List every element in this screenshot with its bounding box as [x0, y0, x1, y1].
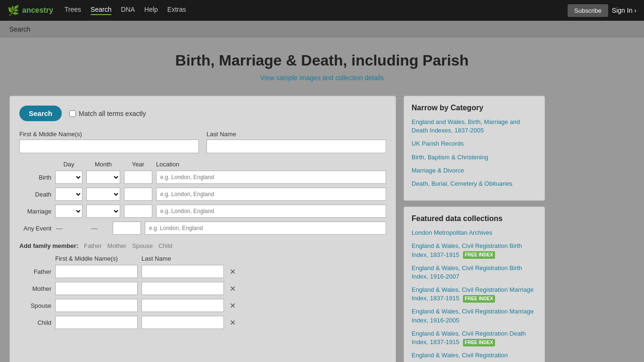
right-sidebar: Narrow by Category England and Wales, Bi… [404, 96, 545, 362]
narrow-link-3[interactable]: Marriage & Divorce [412, 166, 537, 175]
birth-month-select[interactable]: JanFebMarApr MayJunJulAug SepOctNovDec [86, 171, 120, 184]
location-header: Location [156, 161, 386, 168]
page-header: Birth, Marriage & Death, including Paris… [0, 38, 644, 91]
logo-text: ancestry [22, 6, 53, 15]
father-row: Father ✕ [19, 265, 386, 278]
narrow-link-2[interactable]: Birth, Baptism & Christening [412, 153, 537, 162]
death-event-row: Death 151015202531 JanFebMarApr MayJunJu… [19, 188, 386, 201]
spouse-first-name-input[interactable] [55, 299, 138, 312]
featured-link-4[interactable]: England & Wales, Civil Registration Marr… [412, 307, 537, 324]
birth-event-row: Birth 12345 678910 1520253031 JanFebMarA… [19, 171, 386, 184]
last-name-group: Last Name [206, 131, 386, 153]
free-index-badge-5: FREE INDEX [463, 339, 495, 346]
featured-link-0[interactable]: London Metropolitan Archives [412, 229, 537, 237]
child-remove-button[interactable]: ✕ [228, 318, 238, 327]
page-subtitle-link[interactable]: View sample images and collection detail… [260, 74, 384, 82]
nav-search[interactable]: Search [91, 6, 111, 15]
death-year-input[interactable] [124, 188, 152, 201]
marriage-year-input[interactable] [124, 205, 152, 218]
nav-dna[interactable]: DNA [121, 6, 135, 15]
add-mother-link[interactable]: Mother [107, 242, 126, 249]
events-headers: Day Month Year Location [19, 161, 386, 168]
first-name-label: First & Middle Name(s) [19, 131, 199, 138]
narrow-link-1[interactable]: UK Parish Records [412, 140, 537, 148]
main-content: Search Match all terms exactly First & M… [0, 91, 644, 362]
year-header: Year [124, 161, 152, 168]
search-button[interactable]: Search [19, 106, 62, 121]
father-remove-button[interactable]: ✕ [228, 267, 238, 276]
first-name-input[interactable] [19, 140, 199, 153]
last-name-label: Last Name [206, 131, 386, 138]
top-nav: 🌿 ancestry Trees Search DNA Help Extras … [0, 0, 644, 21]
family-ln-header: Last Name [141, 255, 224, 262]
nav-trees[interactable]: Trees [65, 6, 81, 15]
any-event-dash2: — [90, 224, 99, 232]
signin-button[interactable]: Sign In › [612, 7, 636, 14]
father-last-name-input[interactable] [141, 265, 224, 278]
child-first-name-input[interactable] [55, 316, 138, 329]
family-section: Add family member: Father Mother Spouse … [19, 242, 386, 329]
search-bar-row: Search Match all terms exactly [19, 106, 386, 121]
marriage-month-select[interactable]: JanFebMarApr MayJunJulAug SepOctNovDec [86, 205, 120, 218]
logo-icon: 🌿 [8, 5, 19, 16]
add-spouse-link[interactable]: Spouse [132, 242, 153, 249]
marriage-location-input[interactable] [156, 205, 386, 218]
breadcrumb: Search [9, 25, 30, 33]
marriage-event-row: Marriage 151015202531 JanFebMarApr MayJu… [19, 205, 386, 218]
logo: 🌿 ancestry [8, 5, 53, 16]
family-add-row: Add family member: Father Mother Spouse … [19, 242, 386, 249]
birth-location-input[interactable] [156, 171, 386, 184]
page-subtitle: View sample images and collection detail… [9, 74, 635, 82]
spouse-label: Spouse [19, 302, 51, 309]
father-first-name-input[interactable] [55, 265, 138, 278]
narrow-link-0[interactable]: England and Wales, Birth, Marriage and D… [412, 118, 537, 135]
featured-link-5[interactable]: England & Wales, Civil Registration Deat… [412, 329, 537, 346]
any-event-location-input[interactable] [145, 222, 386, 235]
any-event-row: Any Event — — [19, 222, 386, 235]
child-label: Child [19, 319, 51, 326]
nav-extras[interactable]: Extras [167, 6, 186, 15]
birth-label: Birth [19, 174, 51, 181]
death-location-input[interactable] [156, 188, 386, 201]
child-row: Child ✕ [19, 316, 386, 329]
featured-section: Featured data collections London Metropo… [404, 206, 545, 362]
featured-link-1[interactable]: England & Wales, Civil Registration Birt… [412, 242, 537, 259]
spouse-row: Spouse ✕ [19, 299, 386, 312]
nav-left: 🌿 ancestry Trees Search DNA Help Extras [8, 5, 186, 16]
name-row: First & Middle Name(s) Last Name [19, 131, 386, 153]
page-title: Birth, Marriage & Death, including Paris… [9, 52, 635, 69]
last-name-input[interactable] [206, 140, 386, 153]
add-father-link[interactable]: Father [84, 242, 102, 249]
search-panel: Search Match all terms exactly First & M… [9, 96, 396, 362]
featured-link-3[interactable]: England & Wales, Civil Registration Marr… [412, 286, 537, 303]
spouse-remove-button[interactable]: ✕ [228, 301, 238, 310]
family-add-label: Add family member: [19, 242, 78, 249]
mother-label: Mother [19, 285, 51, 292]
narrow-link-4[interactable]: Death, Burial, Cemetery & Obituaries [412, 180, 537, 188]
featured-link-2[interactable]: England & Wales, Civil Registration Birt… [412, 264, 537, 281]
featured-link-6[interactable]: England & Wales, Civil Registration [412, 351, 537, 360]
mother-remove-button[interactable]: ✕ [228, 284, 238, 293]
birth-year-input[interactable] [124, 171, 152, 184]
any-event-year-input[interactable] [113, 222, 141, 235]
spouse-last-name-input[interactable] [141, 299, 224, 312]
any-event-dash1: — [55, 224, 64, 232]
free-index-badge-1: FREE INDEX [463, 251, 495, 259]
child-last-name-input[interactable] [141, 316, 224, 329]
death-day-select[interactable]: 151015202531 [55, 188, 83, 201]
any-event-label: Any Event [19, 225, 51, 232]
narrow-category-title: Narrow by Category [412, 104, 537, 112]
death-label: Death [19, 191, 51, 198]
marriage-day-select[interactable]: 151015202531 [55, 205, 83, 218]
birth-day-select[interactable]: 12345 678910 1520253031 [55, 171, 83, 184]
month-header: Month [86, 161, 120, 168]
match-exact-checkbox[interactable] [69, 110, 76, 117]
day-header: Day [55, 161, 83, 168]
mother-last-name-input[interactable] [141, 282, 224, 295]
subscribe-button[interactable]: Subscribe [568, 4, 608, 17]
nav-help[interactable]: Help [144, 6, 158, 15]
death-month-select[interactable]: JanFebMarApr MayJunJulAug SepOctNovDec [86, 188, 120, 201]
add-child-link[interactable]: Child [158, 242, 173, 249]
events-section: Day Month Year Location Birth 12345 6789… [19, 161, 386, 235]
mother-first-name-input[interactable] [55, 282, 138, 295]
